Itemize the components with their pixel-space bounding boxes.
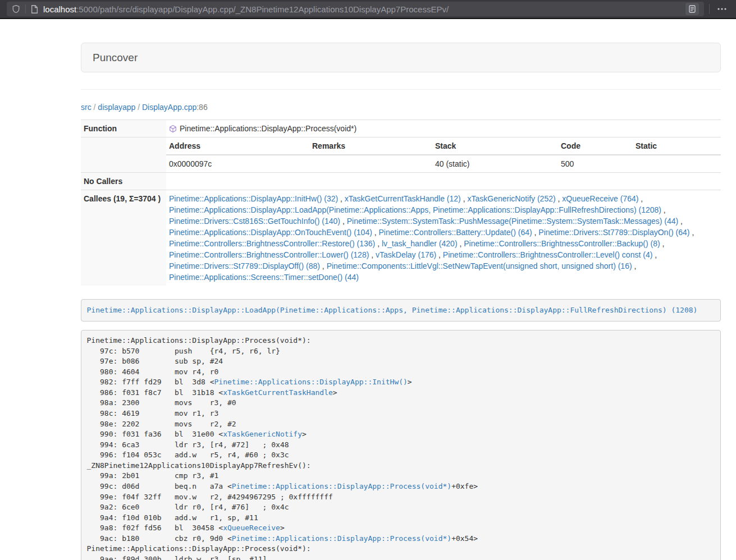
function-name: Pinetime::Applications::DisplayApp::Proc… <box>180 123 356 134</box>
breadcrumb-link[interactable]: DisplayApp.cpp <box>142 103 196 112</box>
app-header-panel: Puncover <box>81 43 721 72</box>
callee-link[interactable]: Pinetime::Applications::DisplayApp::Load… <box>169 205 661 214</box>
cell-code: 500 <box>558 155 633 172</box>
callee-link[interactable]: Pinetime::Applications::DisplayApp::Init… <box>169 194 338 203</box>
callee-link[interactable]: Pinetime::Controllers::BrightnessControl… <box>464 239 660 248</box>
callee-link[interactable]: xQueueReceive (764) <box>562 194 638 203</box>
col-remarks: Remarks <box>309 137 432 155</box>
callees-label: Callees (19, Σ=3704 ) <box>81 190 166 286</box>
callee-link[interactable]: Pinetime::Applications::Screens::Timer::… <box>169 273 359 282</box>
callee-link[interactable]: Pinetime::Applications::DisplayApp::OnTo… <box>169 228 372 237</box>
toolbar-divider <box>25 4 26 13</box>
callee-link[interactable]: Pinetime::Components::LittleVgl::SetNewT… <box>327 261 632 270</box>
loadapp-link[interactable]: Pinetime::Applications::DisplayApp::Load… <box>87 306 698 314</box>
browser-toolbar: localhost:5000/path/src/displayapp/Displ… <box>0 0 736 19</box>
ellipsis-icon <box>717 7 727 11</box>
table-row: 0x0000097c 40 (static) 500 <box>166 155 721 172</box>
asm-symbol-link[interactable]: Pinetime::Applications::DisplayApp::Proc… <box>232 534 451 543</box>
breadcrumb-separator: / <box>92 103 98 112</box>
breadcrumb-link[interactable]: src <box>81 103 92 112</box>
callee-link[interactable]: Pinetime::System::SystemTask::PushMessag… <box>347 217 679 226</box>
page-title: Puncover <box>93 51 709 64</box>
callee-link[interactable]: xTaskGenericNotify (252) <box>467 194 555 203</box>
cube-icon <box>169 125 177 133</box>
callee-link[interactable]: Pinetime::Drivers::St7789::DisplayOff() … <box>169 261 320 270</box>
table-row-stats: Address Remarks Stack Code Static 0x0000… <box>81 137 721 173</box>
shield-icon[interactable] <box>12 4 20 13</box>
col-static: Static <box>633 137 721 155</box>
callee-link[interactable]: Pinetime::Drivers::St7789::DisplayOn() (… <box>538 228 689 237</box>
reader-mode-icon <box>689 5 696 13</box>
breadcrumb-line-number: :86 <box>196 103 207 112</box>
callee-link[interactable]: Pinetime::Controllers::BrightnessControl… <box>169 239 375 248</box>
toolbar-divider <box>709 4 710 14</box>
asm-symbol-link[interactable]: Pinetime::Applications::DisplayApp::Proc… <box>232 482 451 490</box>
reader-mode-button[interactable] <box>685 3 699 15</box>
loadapp-snippet: Pinetime::Applications::DisplayApp::Load… <box>81 299 721 322</box>
cell-stack: 40 (static) <box>432 155 558 172</box>
divider <box>81 89 721 90</box>
col-address: Address <box>166 137 309 155</box>
breadcrumb-separator: / <box>135 103 142 112</box>
url-host: localhost <box>43 4 76 14</box>
callees-list: Pinetime::Applications::DisplayApp::Init… <box>166 190 721 286</box>
url-path: :5000/path/src/displayapp/DisplayApp.cpp… <box>76 4 449 14</box>
breadcrumb-link[interactable]: displayapp <box>98 103 135 112</box>
cell-static <box>633 155 721 172</box>
overflow-menu-button[interactable] <box>715 2 729 16</box>
stats-header-row: Address Remarks Stack Code Static <box>166 137 721 155</box>
url-text: localhost:5000/path/src/displayapp/Displ… <box>43 4 685 14</box>
col-code: Code <box>558 137 633 155</box>
table-row-no-callers: No Callers <box>81 173 721 190</box>
col-stack: Stack <box>432 137 558 155</box>
callee-link[interactable]: lv_task_handler (420) <box>382 239 458 248</box>
callee-link[interactable]: Pinetime::Controllers::BrightnessControl… <box>169 250 369 259</box>
url-bar[interactable]: localhost:5000/path/src/displayapp/Displ… <box>7 2 704 16</box>
asm-symbol-link[interactable]: xTaskGenericNotify <box>223 430 302 438</box>
callee-link[interactable]: Pinetime::Drivers::Cst816S::GetTouchInfo… <box>169 217 340 226</box>
assembly-listing: Pinetime::Applications::DisplayApp::Proc… <box>81 330 721 560</box>
callee-link[interactable]: vTaskDelay (176) <box>376 250 436 259</box>
asm-symbol-link[interactable]: xQueueReceive <box>223 524 280 532</box>
cell-remarks <box>309 155 432 172</box>
function-stats-table: Address Remarks Stack Code Static 0x0000… <box>166 137 721 172</box>
page-container: Puncover src / displayapp / DisplayApp.c… <box>81 43 721 560</box>
function-detail-table: Function Pinetime::Applications::Display… <box>81 120 721 286</box>
asm-symbol-link[interactable]: xTaskGetCurrentTaskHandle <box>223 388 333 397</box>
table-row-callees: Callees (19, Σ=3704 ) Pinetime::Applicat… <box>81 190 721 286</box>
cell-address: 0x0000097c <box>166 155 309 172</box>
table-row-function: Function Pinetime::Applications::Display… <box>81 120 721 137</box>
page-icon <box>31 5 38 13</box>
function-row-label: Function <box>81 120 166 137</box>
asm-symbol-link[interactable]: Pinetime::Applications::DisplayApp::Init… <box>214 378 407 386</box>
callee-link[interactable]: xTaskGetCurrentTaskHandle (12) <box>345 194 461 203</box>
breadcrumb: src / displayapp / DisplayApp.cpp:86 <box>81 102 721 113</box>
callee-link[interactable]: Pinetime::Controllers::BrightnessControl… <box>443 250 652 259</box>
callee-link[interactable]: Pinetime::Controllers::Battery::Update()… <box>379 228 532 237</box>
no-callers-label: No Callers <box>81 173 166 190</box>
